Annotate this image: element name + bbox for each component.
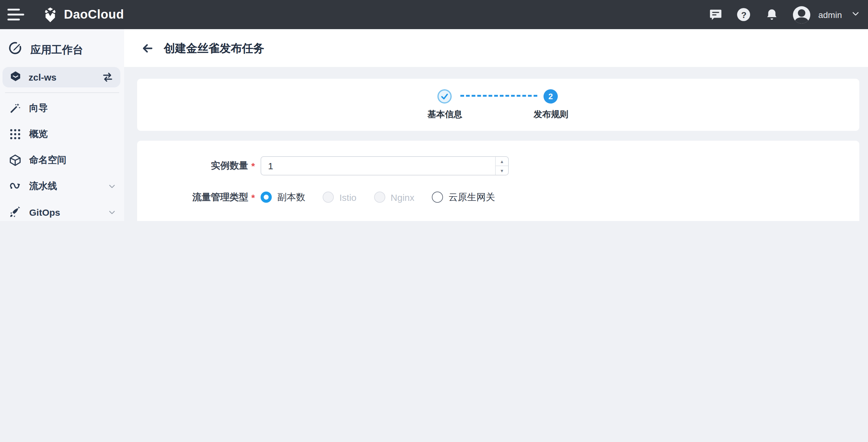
help-icon[interactable]: ? — [737, 8, 751, 22]
step-1-label: 基本信息 — [405, 109, 485, 120]
sidebar-item-wizard[interactable]: 向导 — [0, 95, 124, 121]
radio-label: Istio — [339, 192, 356, 202]
instance-count-input[interactable] — [261, 157, 495, 175]
user-menu-chevron-down-icon[interactable] — [851, 9, 860, 20]
radio-disabled-icon — [374, 192, 385, 203]
daocloud-logo-icon — [42, 6, 58, 23]
spin-down-icon[interactable]: ▼ — [496, 166, 508, 175]
page-header: 创建金丝雀发布任务 — [124, 29, 868, 67]
form-card: 实例数量 * ▲ ▼ 流量管理类型 * 副本数 — [137, 141, 859, 221]
instance-count-label: 实例数量 — [143, 159, 248, 172]
step-2-label: 发布规则 — [510, 109, 591, 120]
sidebar-item-gitops[interactable]: GitOps — [0, 199, 124, 221]
sidebar-item-label: 流水线 — [29, 180, 57, 192]
sidebar: 应用工作台 zcl-ws 向导 概览 — [0, 29, 124, 221]
sidebar-menu: 向导 概览 命名空间 流水线 — [0, 93, 124, 221]
workspace-selector[interactable]: zcl-ws — [2, 67, 120, 88]
step-2-badge: 2 — [544, 89, 558, 104]
brand-name: DaoCloud — [64, 7, 124, 22]
radio-unselected-icon — [432, 192, 443, 203]
daocloud-app: DaoCloud ? admin 应用工作台 — [0, 0, 868, 221]
username: admin — [818, 10, 842, 20]
required-asterisk: * — [251, 160, 255, 172]
sidebar-item-overview[interactable]: 概览 — [0, 121, 124, 147]
workspace-box-icon — [9, 70, 22, 84]
grid-dots-icon — [8, 127, 22, 141]
instance-count-stepper: ▲ ▼ — [260, 156, 509, 175]
step-1-done-check-icon[interactable] — [437, 89, 452, 104]
magic-wand-icon — [8, 101, 22, 115]
rocket-icon — [8, 205, 22, 219]
sidebar-item-label: 向导 — [29, 102, 48, 114]
radio-disabled-icon — [322, 192, 334, 203]
brand: DaoCloud — [42, 6, 124, 23]
radio-cloud-native-gateway[interactable]: 云原生网关 — [432, 191, 495, 203]
back-arrow-icon[interactable] — [141, 41, 154, 55]
sidebar-item-namespace[interactable]: 命名空间 — [0, 147, 124, 173]
pipeline-icon — [8, 179, 22, 193]
spinner-controls: ▲ ▼ — [495, 157, 508, 175]
radio-istio[interactable]: Istio — [322, 192, 356, 203]
menu-toggle-icon[interactable] — [7, 3, 31, 26]
workspace-title-label: 应用工作台 — [30, 42, 83, 57]
topbar: DaoCloud ? admin — [0, 0, 868, 29]
traffic-type-radio-group: 副本数 Istio Nginx 云原生网关 — [260, 190, 495, 205]
step-2-number: 2 — [549, 92, 553, 101]
sidebar-item-label: 命名空间 — [29, 154, 66, 166]
notification-bell-icon[interactable] — [765, 8, 779, 22]
sidebar-item-label: 概览 — [29, 128, 48, 140]
radio-selected-icon — [260, 192, 272, 203]
required-asterisk: * — [251, 192, 255, 204]
radio-nginx[interactable]: Nginx — [374, 192, 414, 203]
switch-workspace-icon[interactable] — [102, 71, 114, 83]
main-area: 创建金丝雀发布任务 2 基本信息 发布规则 实例数量 * — [124, 29, 868, 221]
workspace-name: zcl-ws — [29, 72, 57, 82]
sidebar-item-label: GitOps — [29, 207, 60, 217]
stepper-card: 2 基本信息 发布规则 — [137, 79, 859, 131]
radio-label: Nginx — [391, 192, 414, 202]
content: 2 基本信息 发布规则 实例数量 * ▲ ▼ 流量管理类型 — [124, 67, 868, 221]
radio-replicas[interactable]: 副本数 — [260, 191, 305, 203]
traffic-type-label: 流量管理类型 — [143, 191, 248, 203]
user-avatar[interactable] — [793, 6, 810, 23]
chevron-down-icon[interactable] — [108, 182, 116, 190]
feedback-chat-icon[interactable] — [709, 8, 723, 22]
sidebar-item-pipeline[interactable]: 流水线 — [0, 173, 124, 199]
page-title: 创建金丝雀发布任务 — [164, 41, 264, 56]
topbar-right: ? admin — [709, 6, 868, 23]
spin-up-icon[interactable]: ▲ — [496, 157, 508, 166]
chevron-down-icon[interactable] — [108, 208, 116, 216]
cube-icon — [8, 153, 22, 167]
step-connector — [460, 95, 537, 97]
radio-label: 云原生网关 — [448, 191, 495, 203]
radio-label: 副本数 — [277, 191, 305, 203]
sidebar-item-workspace-home[interactable]: 应用工作台 — [8, 36, 120, 63]
workspace-edit-icon — [8, 41, 22, 58]
